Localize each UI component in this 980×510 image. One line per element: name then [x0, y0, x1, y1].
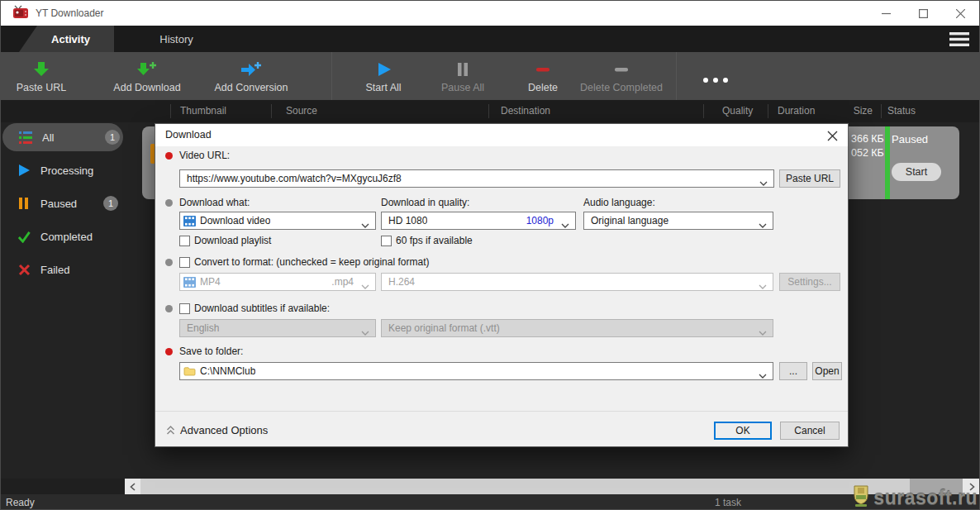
- video-url-combo[interactable]: [179, 169, 774, 188]
- add-download-label: Add Download: [113, 82, 180, 93]
- column-size[interactable]: Size: [815, 105, 873, 117]
- minimize-button[interactable]: [868, 1, 905, 26]
- column-duration[interactable]: Duration: [778, 105, 815, 117]
- add-conversion-button[interactable]: Add Conversion: [210, 57, 293, 97]
- delete-completed-button[interactable]: Delete Completed: [576, 57, 667, 97]
- column-source[interactable]: Source: [286, 105, 317, 117]
- paste-url-button[interactable]: Paste URL: [6, 57, 77, 97]
- required-dot: [165, 348, 173, 355]
- subtitle-format-value: Keep original format (.vtt): [388, 322, 500, 334]
- option-dot: [165, 259, 173, 266]
- subtitles-label: Download subtitles if available:: [194, 303, 330, 314]
- add-conversion-icon: [240, 60, 263, 82]
- dialog-title: Download: [165, 129, 212, 141]
- codec-select[interactable]: H.264: [381, 273, 773, 291]
- pause-all-button[interactable]: Pause All: [426, 57, 500, 97]
- cancel-button[interactable]: Cancel: [780, 422, 840, 440]
- advanced-options-link[interactable]: Advanced Options: [180, 424, 268, 436]
- status-bar: Ready 1 task: [1, 494, 979, 510]
- fps-label: 60 fps if available: [396, 235, 473, 246]
- status-ready: Ready: [6, 497, 35, 508]
- save-folder-label: Save to folder:: [179, 346, 243, 357]
- sidebar-item-processing[interactable]: Processing: [1, 156, 125, 184]
- sidebar-label-completed: Completed: [40, 231, 93, 243]
- maximize-button[interactable]: [905, 1, 942, 26]
- column-destination[interactable]: Destination: [501, 105, 550, 117]
- video-url-label: Video URL:: [179, 150, 230, 161]
- add-download-button[interactable]: Add Download: [106, 57, 188, 97]
- task-size: 366 КБ 052 КБ: [851, 132, 884, 160]
- chevron-down-icon[interactable]: [759, 369, 767, 381]
- convert-format-checkbox[interactable]: Convert to format: (unchecked = keep ori…: [179, 256, 429, 268]
- quality-tag: 1080p: [526, 215, 554, 226]
- settings-button[interactable]: Settings...: [779, 273, 840, 291]
- browse-folder-button[interactable]: ...: [779, 362, 807, 380]
- sidebar-item-failed[interactable]: Failed: [1, 255, 125, 284]
- advanced-chevrons-icon[interactable]: [165, 424, 176, 439]
- start-all-play-icon: [374, 60, 392, 82]
- subtitle-language-select[interactable]: English: [179, 319, 376, 337]
- start-all-button[interactable]: Start All: [346, 57, 421, 97]
- checkbox-unchecked[interactable]: [179, 236, 190, 246]
- delete-button[interactable]: Delete: [506, 57, 580, 97]
- toolbar-separator: [676, 52, 677, 100]
- task-start-button[interactable]: Start: [892, 163, 941, 181]
- delete-minus-icon: [534, 60, 552, 82]
- sidebar-item-all[interactable]: All 1: [2, 123, 123, 151]
- open-folder-button[interactable]: Open: [812, 362, 842, 380]
- checkbox-unchecked[interactable]: [381, 236, 392, 246]
- download-dialog: Download Video URL: Paste URL Download w…: [155, 123, 849, 447]
- subtitles-checkbox[interactable]: Download subtitles if available:: [179, 303, 330, 314]
- download-playlist-label: Download playlist: [194, 235, 271, 246]
- app-title: YT Downloader: [36, 7, 104, 19]
- chevron-down-icon: [561, 219, 569, 231]
- scroll-left-icon[interactable]: [125, 479, 140, 494]
- start-all-label: Start All: [365, 82, 401, 93]
- delete-label: Delete: [528, 82, 558, 93]
- delete-completed-label: Delete Completed: [580, 82, 663, 93]
- paste-url-dialog-button[interactable]: Paste URL: [779, 169, 840, 188]
- column-status[interactable]: Status: [887, 105, 916, 117]
- sidebar-badge-paused: 1: [103, 196, 118, 211]
- check-green-icon: [17, 230, 31, 243]
- checkbox-unchecked[interactable]: [179, 303, 190, 314]
- paste-url-label: Paste URL: [17, 82, 66, 93]
- quality-select[interactable]: HD 1080 1080p: [381, 212, 576, 230]
- status-task-count: 1 task: [715, 497, 741, 508]
- table-header: Thumbnail Source Destination Quality Dur…: [1, 100, 979, 122]
- sidebar-item-completed[interactable]: Completed: [1, 222, 125, 250]
- menu-hamburger-icon[interactable]: [949, 32, 969, 50]
- format-select[interactable]: MP4 .mp4: [179, 273, 376, 291]
- dialog-close-icon[interactable]: [825, 128, 840, 143]
- more-options-button[interactable]: [695, 57, 736, 97]
- checkbox-unchecked[interactable]: [179, 257, 190, 268]
- option-dot: [165, 305, 173, 312]
- column-thumbnail[interactable]: Thumbnail: [180, 105, 226, 117]
- download-what-select[interactable]: Download video: [179, 212, 376, 230]
- task-status: Paused: [892, 133, 928, 145]
- download-playlist-checkbox[interactable]: Download playlist: [179, 235, 271, 246]
- save-folder-combo[interactable]: C:\NNMClub: [179, 362, 773, 380]
- ok-button[interactable]: OK: [714, 422, 772, 440]
- chevron-down-icon: [361, 326, 369, 338]
- tab-history-label: History: [159, 33, 193, 45]
- chevron-down-icon[interactable]: [759, 177, 768, 188]
- scrollbar-track[interactable]: [140, 479, 963, 494]
- column-quality[interactable]: Quality: [722, 105, 753, 117]
- audio-language-select[interactable]: Original language: [583, 212, 773, 230]
- quality-value: HD 1080: [388, 215, 427, 226]
- fps-checkbox[interactable]: 60 fps if available: [381, 235, 473, 246]
- subtitle-format-select[interactable]: Keep original format (.vtt): [381, 319, 773, 337]
- video-url-input[interactable]: [187, 173, 732, 184]
- crest-icon: [852, 484, 870, 510]
- dialog-footer-separator: [155, 411, 848, 412]
- save-folder-value: C:\NNMClub: [200, 365, 255, 377]
- sidebar-badge-all: 1: [105, 130, 120, 145]
- tab-history[interactable]: History: [125, 26, 228, 52]
- delete-completed-minus-icon: [612, 60, 630, 82]
- audio-language-value: Original language: [591, 215, 668, 226]
- sidebar-item-paused[interactable]: Paused 1: [1, 189, 125, 217]
- tab-activity[interactable]: Activity: [19, 26, 114, 52]
- chevron-down-icon: [759, 280, 767, 292]
- close-button[interactable]: [942, 1, 979, 26]
